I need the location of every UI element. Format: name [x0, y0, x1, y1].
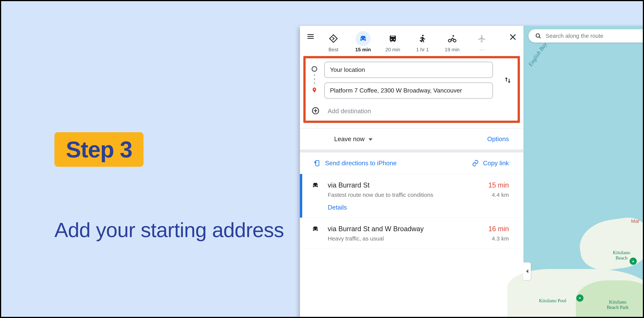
route-title: via Burrard St and W Broadway — [328, 225, 424, 233]
mode-car-label: 15 min — [355, 47, 371, 53]
route-title: via Burrard St — [328, 181, 370, 189]
menu-button[interactable] — [305, 31, 316, 42]
depart-time-dropdown[interactable]: Leave now — [334, 136, 372, 143]
map-canvas[interactable]: Search along the route English Bay Mar K… — [524, 26, 644, 318]
directions-panel: Best 15 min 20 min — [300, 26, 524, 318]
swap-button[interactable] — [504, 76, 512, 84]
route-distance: 4.4 km — [492, 192, 509, 198]
timing-row: Leave now Options — [300, 129, 523, 150]
mode-flight[interactable]: — — [470, 29, 494, 53]
route-time: 16 min — [488, 225, 509, 233]
copy-link-button[interactable]: Copy link — [472, 159, 509, 167]
mode-best[interactable]: Best — [321, 29, 346, 53]
route-item-2[interactable]: via Burrard St and W Broadway 16 min Hea… — [300, 218, 523, 249]
plus-circle-icon — [312, 107, 319, 115]
leave-now-label: Leave now — [334, 136, 365, 143]
add-destination-label: Add destination — [328, 108, 371, 115]
route-item-1[interactable]: via Burrard St 15 min Fastest route now … — [300, 174, 523, 218]
mode-best-label: Best — [328, 47, 338, 53]
map-label-kitsilano-beach-park: Kitsilano Beach Park — [602, 299, 633, 310]
mode-transit[interactable]: 20 min — [380, 29, 405, 53]
options-link[interactable]: Options — [487, 136, 509, 143]
mode-walk-label: 1 hr 1 — [416, 47, 429, 53]
step-description: Add your starting address — [54, 216, 284, 244]
car-route-icon — [311, 225, 319, 242]
car-icon — [358, 34, 368, 43]
map-park-shape — [576, 280, 644, 318]
flight-icon — [477, 34, 486, 43]
map-poi-dot-icon — [576, 295, 584, 302]
maps-screenshot: Best 15 min 20 min — [300, 26, 644, 318]
transit-icon — [388, 34, 397, 43]
map-label-mar: Mar — [631, 218, 644, 224]
slide-frame: Step 3 Add your starting address Best — [0, 0, 644, 318]
route-subtitle: Fastest route now due to traffic conditi… — [328, 191, 433, 198]
map-label-english-bay: English Bay — [527, 41, 548, 68]
mode-walk[interactable]: 1 hr 1 — [410, 29, 435, 53]
svg-point-0 — [422, 35, 424, 36]
svg-rect-5 — [316, 160, 319, 166]
svg-point-7 — [579, 297, 581, 299]
copy-link-label: Copy link — [483, 159, 509, 167]
route-subtitle: Heavy traffic, as usual — [328, 235, 384, 242]
send-to-phone-label: Send directions to iPhone — [325, 159, 396, 167]
mode-transit-label: 20 min — [385, 47, 400, 53]
close-icon — [509, 33, 517, 41]
link-icon — [472, 159, 479, 167]
hamburger-icon — [307, 33, 314, 40]
destination-pin-icon — [311, 86, 318, 94]
caret-down-icon — [368, 138, 372, 141]
add-destination-button[interactable]: Add destination — [311, 107, 512, 115]
bike-icon — [448, 34, 457, 43]
destination-input[interactable] — [324, 82, 493, 99]
route-distance: 4.3 km — [492, 235, 509, 242]
collapse-panel-button[interactable] — [523, 262, 531, 280]
map-label-kitsilano-pool: Kitsilano Pool — [539, 298, 566, 303]
swap-icon — [504, 76, 512, 84]
search-along-route-input[interactable]: Search along the route — [528, 29, 644, 42]
send-to-phone-button[interactable]: Send directions to iPhone — [313, 159, 396, 167]
send-to-phone-icon — [313, 159, 320, 167]
waypoint-indicators — [311, 66, 318, 94]
mode-flight-label: — — [480, 47, 484, 53]
search-placeholder: Search along the route — [546, 33, 604, 39]
step-badge: Step 3 — [54, 132, 144, 167]
mode-bike-label: 19 min — [445, 47, 460, 53]
location-inputs-row — [311, 62, 512, 99]
origin-dot-icon — [312, 66, 317, 72]
svg-point-1 — [448, 39, 451, 42]
map-poi-dot-icon — [630, 258, 637, 265]
best-icon — [329, 34, 338, 43]
route-time: 15 min — [488, 181, 509, 189]
close-directions-button[interactable] — [508, 32, 518, 42]
search-icon — [535, 33, 542, 39]
origin-destination-highlight: Add destination — [303, 56, 520, 123]
car-route-icon — [311, 181, 319, 211]
svg-point-2 — [453, 39, 456, 42]
route-dots-icon — [314, 72, 315, 86]
top-toolbar: Best 15 min 20 min — [300, 26, 523, 53]
thick-divider — [300, 150, 523, 153]
origin-input[interactable] — [324, 62, 493, 78]
mode-car[interactable]: 15 min — [351, 29, 375, 53]
instruction-text-block: Step 3 Add your starting address — [54, 132, 284, 244]
svg-point-3 — [452, 35, 454, 37]
walk-icon — [418, 34, 427, 43]
actions-row: Send directions to iPhone Copy link — [300, 153, 523, 174]
mode-bike[interactable]: 19 min — [440, 29, 464, 53]
route-details-link[interactable]: Details — [328, 204, 509, 211]
